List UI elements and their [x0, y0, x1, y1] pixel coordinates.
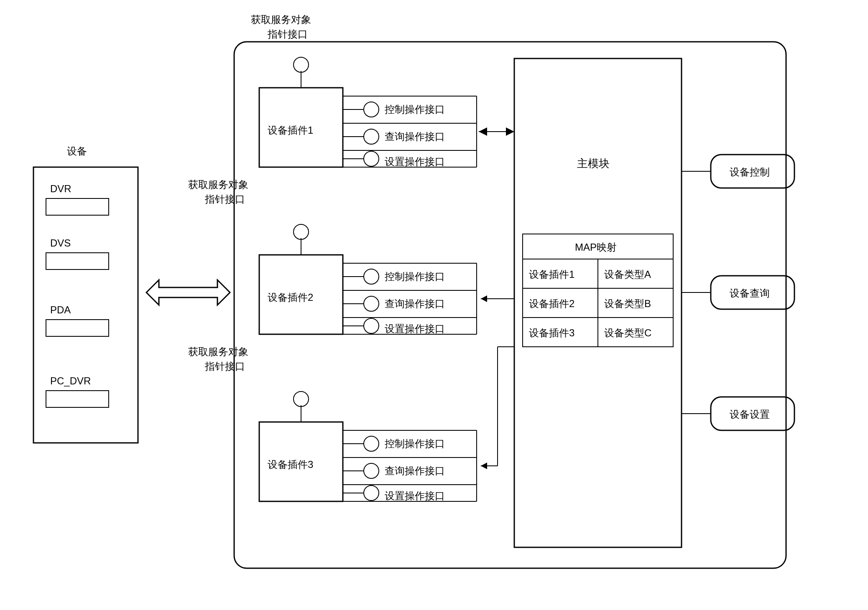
- svg-point-4: [294, 57, 309, 72]
- svg-point-15: [364, 151, 379, 166]
- svg-marker-55: [481, 295, 487, 302]
- plugin-3: 设备插件3 控制操作接口 查询操作接口 设置操作接口: [259, 391, 477, 501]
- plugin-3-if-1: 查询操作接口: [385, 465, 445, 476]
- map-r3-c2: 设备类型C: [604, 327, 651, 338]
- svg-point-25: [364, 269, 379, 284]
- plugin-1-if-1: 查询操作接口: [385, 131, 445, 142]
- svg-point-13: [364, 129, 379, 144]
- device-item-box: [46, 391, 109, 407]
- map-r2-c1: 设备插件2: [529, 298, 574, 309]
- svg-point-32: [294, 391, 309, 407]
- device-item-box: [46, 198, 109, 215]
- plugin-1-if-2: 设置操作接口: [385, 156, 445, 167]
- svg-point-18: [294, 224, 309, 239]
- svg-point-41: [364, 463, 379, 478]
- map-r3-c1: 设备插件3: [529, 327, 574, 338]
- plugin-1-if-0: 控制操作接口: [385, 104, 445, 115]
- plugin-3-name: 设备插件3: [268, 459, 313, 470]
- plugin-3-if-0: 控制操作接口: [385, 438, 445, 449]
- diagram-canvas: 获取服务对象 指针接口 设备 DVR DVS PDA PC_DVR 设备插件1 …: [0, 0, 868, 610]
- svg-point-11: [364, 102, 379, 117]
- pointer-label-1a: 获取服务对象: [188, 179, 248, 190]
- plugin-2: 设备插件2 控制操作接口 查询操作接口 设置操作接口: [259, 224, 477, 334]
- map-r1-c2: 设备类型A: [604, 269, 651, 280]
- device-item-box: [46, 320, 109, 336]
- plugin-2-if-1: 查询操作接口: [385, 298, 445, 309]
- bidirectional-arrow: [146, 280, 230, 305]
- action-control-label: 设备控制: [730, 166, 770, 178]
- svg-point-39: [364, 436, 379, 451]
- svg-point-27: [364, 296, 379, 311]
- device-item-dvr: DVR: [50, 183, 71, 194]
- svg-marker-59: [481, 463, 487, 469]
- svg-marker-2: [146, 280, 230, 305]
- map-title: MAP映射: [575, 241, 617, 253]
- action-set-label: 设备设置: [730, 409, 770, 420]
- plugin-1: 设备插件1 控制操作接口 查询操作接口 设置操作接口: [259, 57, 477, 167]
- main-module-title: 主模块: [577, 157, 610, 170]
- device-panel: [33, 167, 138, 443]
- map-r2-c2: 设备类型B: [604, 298, 651, 309]
- map-table: MAP映射 设备插件1 设备类型A 设备插件2 设备类型B 设备插件3 设备类型…: [523, 234, 673, 347]
- plugin-1-name: 设备插件1: [268, 125, 313, 136]
- device-item-pcdvr: PC_DVR: [50, 375, 91, 386]
- system-container: [234, 42, 786, 568]
- header-pointer-l2: 指针接口: [267, 28, 308, 40]
- device-panel-title: 设备: [67, 145, 87, 157]
- device-item-box: [46, 253, 109, 269]
- action-query-label: 设备查询: [730, 287, 770, 299]
- svg-point-29: [364, 318, 379, 333]
- svg-marker-53: [481, 128, 487, 135]
- pointer-label-1b: 指针接口: [204, 193, 245, 205]
- device-item-dvs: DVS: [50, 237, 71, 249]
- svg-point-43: [364, 485, 379, 501]
- pointer-label-2a: 获取服务对象: [188, 346, 248, 357]
- plugin-2-name: 设备插件2: [268, 292, 313, 303]
- plugin-3-if-2: 设置操作接口: [385, 490, 445, 501]
- plugin-2-if-0: 控制操作接口: [385, 271, 445, 282]
- map-r1-c1: 设备插件1: [529, 269, 574, 280]
- pointer-label-2b: 指针接口: [204, 361, 245, 372]
- plugin-2-if-2: 设置操作接口: [385, 323, 445, 334]
- header-pointer-l1: 获取服务对象: [251, 14, 311, 25]
- device-item-pda: PDA: [50, 304, 71, 315]
